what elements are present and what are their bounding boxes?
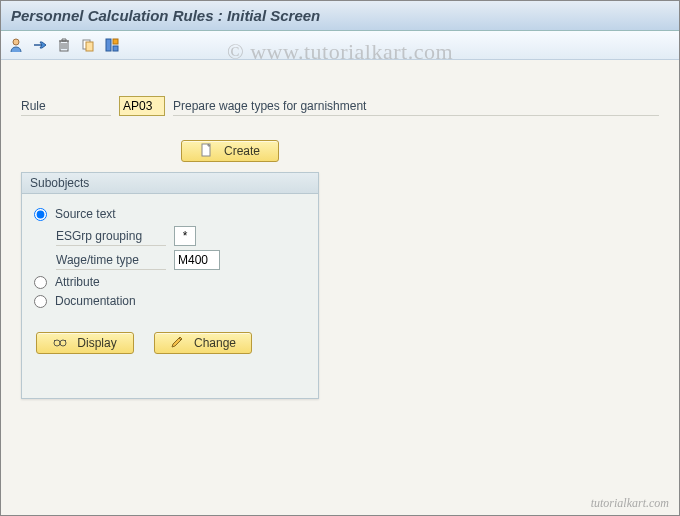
wagetype-input[interactable] bbox=[174, 250, 220, 270]
change-button[interactable]: Change bbox=[154, 332, 252, 354]
action-button-row: Display Change bbox=[34, 332, 306, 354]
radio-source-text-input[interactable] bbox=[34, 208, 47, 221]
user-icon[interactable] bbox=[7, 36, 25, 54]
esgrp-label: ESGrp grouping bbox=[56, 227, 166, 246]
wagetype-row: Wage/time type bbox=[56, 250, 306, 270]
svg-point-8 bbox=[54, 340, 60, 346]
radio-attribute-input[interactable] bbox=[34, 276, 47, 289]
svg-point-9 bbox=[60, 340, 66, 346]
radio-attribute-label: Attribute bbox=[55, 275, 100, 289]
copy-icon[interactable] bbox=[79, 36, 97, 54]
delete-icon[interactable] bbox=[55, 36, 73, 54]
page-title: Personnel Calculation Rules : Initial Sc… bbox=[1, 1, 679, 31]
new-doc-icon bbox=[200, 143, 214, 160]
main-content: Rule Prepare wage types for garnishment … bbox=[1, 60, 679, 516]
radio-source-text[interactable]: Source text bbox=[34, 207, 306, 221]
svg-rect-5 bbox=[113, 39, 118, 44]
footer-watermark: tutorialkart.com bbox=[591, 496, 669, 511]
layout-icon[interactable] bbox=[103, 36, 121, 54]
radio-documentation[interactable]: Documentation bbox=[34, 294, 306, 308]
radio-documentation-input[interactable] bbox=[34, 295, 47, 308]
svg-rect-4 bbox=[106, 39, 111, 51]
esgrp-input[interactable] bbox=[174, 226, 196, 246]
glasses-icon bbox=[53, 335, 67, 352]
wagetype-label: Wage/time type bbox=[56, 251, 166, 270]
rule-input[interactable] bbox=[119, 96, 165, 116]
radio-attribute[interactable]: Attribute bbox=[34, 275, 306, 289]
display-button[interactable]: Display bbox=[36, 332, 134, 354]
subobjects-group: Subobjects Source text ESGrp grouping Wa… bbox=[21, 172, 319, 399]
display-button-label: Display bbox=[77, 336, 116, 350]
create-button[interactable]: Create bbox=[181, 140, 279, 162]
transport-icon[interactable] bbox=[31, 36, 49, 54]
subobjects-title: Subobjects bbox=[22, 173, 318, 194]
app-toolbar bbox=[1, 31, 679, 60]
rule-row: Rule Prepare wage types for garnishment bbox=[21, 96, 659, 116]
rule-label: Rule bbox=[21, 97, 111, 116]
esgrp-row: ESGrp grouping bbox=[56, 226, 306, 246]
radio-source-text-label: Source text bbox=[55, 207, 116, 221]
change-button-label: Change bbox=[194, 336, 236, 350]
rule-description: Prepare wage types for garnishment bbox=[173, 97, 659, 116]
create-button-label: Create bbox=[224, 144, 260, 158]
radio-documentation-label: Documentation bbox=[55, 294, 136, 308]
svg-rect-6 bbox=[113, 46, 118, 51]
pencil-icon bbox=[170, 335, 184, 352]
svg-rect-3 bbox=[86, 42, 93, 51]
create-row: Create bbox=[21, 140, 659, 162]
svg-point-0 bbox=[13, 39, 19, 45]
